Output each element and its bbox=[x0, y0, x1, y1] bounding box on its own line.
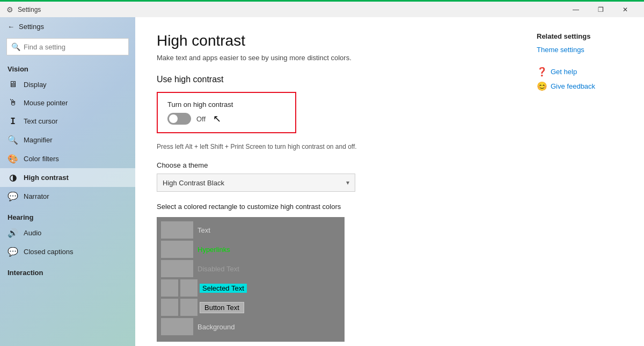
right-panel: Related settings Theme settings ❓ Get he… bbox=[526, 17, 644, 346]
shortcut-text: Press left Alt + left Shift + Print Scre… bbox=[157, 143, 504, 150]
color-swatch-hyperlinks[interactable] bbox=[161, 241, 193, 258]
toggle-box: Turn on high contrast Off ↖ bbox=[157, 92, 296, 133]
color-filters-icon: 🎨 bbox=[8, 154, 18, 164]
search-input[interactable] bbox=[24, 43, 124, 51]
color-swatch-disabled[interactable] bbox=[161, 260, 193, 277]
vision-section-label: Vision bbox=[0, 60, 135, 75]
titlebar: ⚙ Settings — ❐ ✕ bbox=[0, 0, 644, 17]
sidebar-item-label-captions: Closed captions bbox=[24, 248, 74, 256]
theme-settings-link[interactable]: Theme settings bbox=[537, 46, 633, 54]
color-swatch-selected-text[interactable] bbox=[180, 279, 197, 297]
get-help-row[interactable]: ❓ Get help bbox=[537, 67, 633, 77]
color-label-selected: Selected Text bbox=[200, 284, 247, 293]
display-icon: 🖥 bbox=[8, 80, 18, 89]
magnifier-icon: 🔍 bbox=[8, 135, 18, 145]
cursor-indicator: ↖ bbox=[213, 113, 221, 125]
sidebar-item-label-audio: Audio bbox=[24, 229, 41, 237]
color-grid: Text Hyperlinks Disabled Text Selected T… bbox=[157, 217, 345, 342]
color-label-disabled: Disabled Text bbox=[197, 265, 239, 273]
closed-captions-icon: 💬 bbox=[8, 247, 18, 257]
sidebar-item-magnifier[interactable]: 🔍 Magnifier bbox=[0, 131, 135, 149]
sidebar-item-display[interactable]: 🖥 Display bbox=[0, 75, 135, 93]
button-text-preview[interactable]: Button Text bbox=[200, 302, 244, 313]
help-section: ❓ Get help 😊 Give feedback bbox=[537, 67, 633, 91]
sidebar-item-label-mouse: Mouse pointer bbox=[24, 99, 68, 107]
settings-icon: ⚙ bbox=[6, 5, 13, 14]
high-contrast-toggle[interactable] bbox=[167, 113, 191, 125]
color-row-background: Background bbox=[161, 318, 340, 335]
color-label-button: Button Text bbox=[204, 304, 239, 312]
sidebar: ← Settings 🔍 Vision 🖥 Display 🖱 Mouse po… bbox=[0, 17, 135, 346]
narrator-icon: 💬 bbox=[8, 191, 18, 201]
color-swatch-background[interactable] bbox=[161, 318, 193, 335]
titlebar-title: Settings bbox=[18, 6, 41, 13]
text-cursor-icon: I bbox=[8, 116, 18, 126]
toggle-label: Turn on high contrast bbox=[167, 100, 286, 109]
color-row-button: Button Text bbox=[161, 299, 340, 316]
interaction-section-label: Interaction bbox=[0, 261, 135, 279]
sidebar-item-label-narrator: Narrator bbox=[24, 192, 49, 200]
sidebar-item-label-colorfilters: Color filters bbox=[24, 155, 59, 163]
get-help-label: Get help bbox=[551, 68, 577, 76]
color-row-text: Text bbox=[161, 221, 340, 239]
hearing-section-label: Hearing bbox=[0, 206, 135, 224]
high-contrast-icon: ◑ bbox=[8, 172, 18, 183]
get-help-icon: ❓ bbox=[537, 67, 547, 77]
sidebar-item-narrator[interactable]: 💬 Narrator bbox=[0, 187, 135, 206]
sidebar-item-label-display: Display bbox=[24, 81, 47, 89]
color-label-background: Background bbox=[197, 323, 235, 331]
sidebar-item-closed-captions[interactable]: 💬 Closed captions bbox=[0, 242, 135, 261]
back-icon: ← bbox=[8, 23, 14, 31]
give-feedback-label: Give feedback bbox=[551, 82, 595, 90]
search-box[interactable]: 🔍 bbox=[6, 38, 129, 55]
search-icon: 🔍 bbox=[11, 42, 20, 51]
color-swatch-text[interactable] bbox=[161, 221, 193, 239]
restore-button[interactable]: ❐ bbox=[588, 2, 613, 17]
color-swatch-selected-bg[interactable] bbox=[161, 279, 178, 297]
page-title: High contrast bbox=[157, 32, 504, 49]
color-row-hyperlinks: Hyperlinks bbox=[161, 241, 340, 258]
app-body: ← Settings 🔍 Vision 🖥 Display 🖱 Mouse po… bbox=[0, 17, 644, 346]
main-content: High contrast Make text and apps easier … bbox=[135, 17, 526, 346]
close-button[interactable]: ✕ bbox=[613, 2, 638, 17]
back-label: Settings bbox=[19, 23, 44, 31]
toggle-state-label: Off bbox=[196, 115, 206, 123]
minimize-button[interactable]: — bbox=[564, 2, 588, 17]
sidebar-item-color-filters[interactable]: 🎨 Color filters bbox=[0, 149, 135, 168]
back-button[interactable]: ← Settings bbox=[0, 17, 135, 36]
toggle-row: Off ↖ bbox=[167, 113, 286, 125]
related-settings-heading: Related settings bbox=[537, 32, 633, 40]
theme-dropdown[interactable]: High Contrast Black ▾ bbox=[157, 174, 355, 192]
color-row-disabled: Disabled Text bbox=[161, 260, 340, 277]
sidebar-item-label-highcontrast: High contrast bbox=[24, 174, 69, 182]
window-controls: — ❐ ✕ bbox=[564, 2, 638, 17]
feedback-icon: 😊 bbox=[537, 81, 547, 91]
color-swatch-button-bg[interactable] bbox=[161, 299, 178, 316]
color-row-selected: Selected Text bbox=[161, 279, 340, 297]
sidebar-item-label-cursor: Text cursor bbox=[24, 117, 58, 125]
color-label-text: Text bbox=[197, 226, 210, 234]
mouse-pointer-icon: 🖱 bbox=[8, 98, 18, 107]
theme-value: High Contrast Black bbox=[163, 179, 224, 187]
section-use-high-contrast: Use high contrast bbox=[157, 75, 504, 84]
color-swatch-button-text[interactable] bbox=[180, 299, 197, 316]
sidebar-item-high-contrast[interactable]: ◑ High contrast bbox=[0, 168, 135, 187]
sidebar-item-mouse-pointer[interactable]: 🖱 Mouse pointer bbox=[0, 93, 135, 112]
dropdown-arrow-icon: ▾ bbox=[346, 179, 349, 186]
sidebar-item-text-cursor[interactable]: I Text cursor bbox=[0, 112, 135, 131]
page-description: Make text and apps easier to see by usin… bbox=[157, 54, 504, 62]
give-feedback-row[interactable]: 😊 Give feedback bbox=[537, 81, 633, 91]
customize-label: Select a colored rectangle to customize … bbox=[157, 203, 504, 211]
sidebar-item-audio[interactable]: 🔊 Audio bbox=[0, 224, 135, 242]
sidebar-item-label-magnifier: Magnifier bbox=[24, 136, 52, 144]
toggle-knob bbox=[169, 114, 178, 123]
color-label-hyperlinks: Hyperlinks bbox=[197, 246, 230, 254]
audio-icon: 🔊 bbox=[8, 228, 18, 238]
choose-theme-label: Choose a theme bbox=[157, 161, 504, 169]
